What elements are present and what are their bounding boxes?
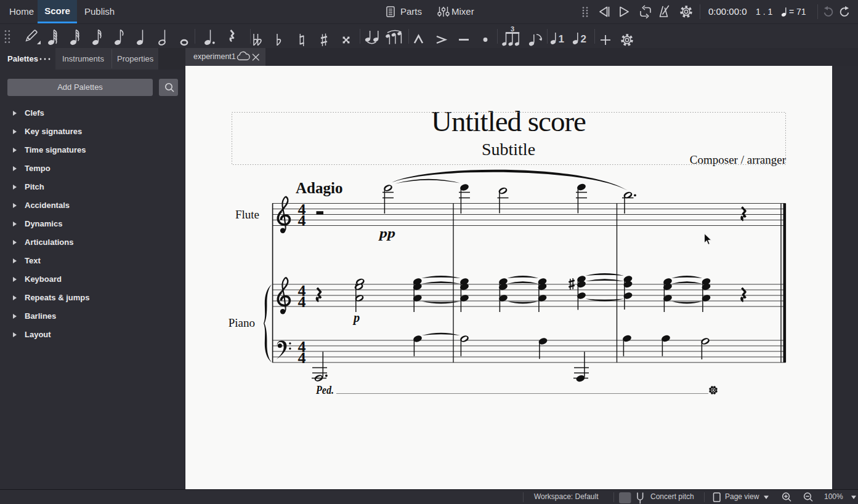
svg-text:Untitled score: Untitled score (431, 105, 586, 137)
svg-text:Adagio: Adagio (296, 180, 342, 196)
svg-text:Piano: Piano (229, 316, 255, 329)
svg-text:Flute: Flute (235, 208, 259, 221)
svg-text:Subtitle: Subtitle (482, 140, 535, 159)
svg-text:2: 2 (581, 33, 586, 45)
svg-text:4: 4 (298, 349, 306, 367)
svg-text:pp: pp (378, 226, 395, 241)
svg-text:3: 3 (511, 25, 514, 33)
svg-text:1: 1 (559, 33, 564, 45)
svg-text:p: p (352, 311, 360, 325)
svg-text:Composer / arranger: Composer / arranger (690, 153, 787, 166)
svg-text:4: 4 (298, 293, 306, 311)
svg-text:4: 4 (298, 212, 306, 230)
svg-text:Ped.: Ped. (315, 384, 334, 396)
